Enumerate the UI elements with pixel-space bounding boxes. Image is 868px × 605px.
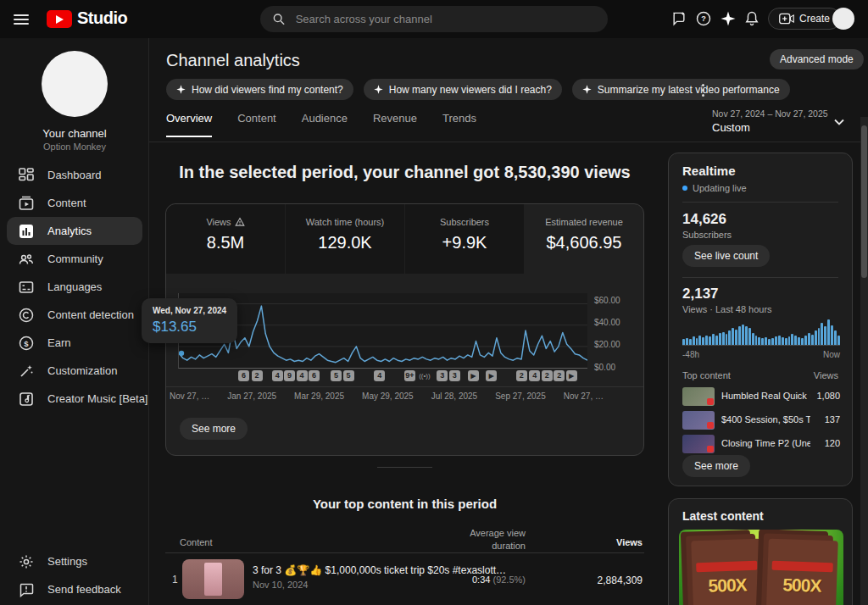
feedback-bubble-icon[interactable] bbox=[669, 8, 689, 29]
realtime-bar bbox=[778, 336, 781, 345]
tab-audience[interactable]: Audience bbox=[302, 112, 348, 137]
help-icon[interactable]: ? bbox=[693, 8, 714, 29]
video-marker[interactable]: 3 bbox=[437, 370, 448, 381]
settings-gear-icon bbox=[19, 554, 34, 569]
metric-label: Watch time (hours) bbox=[306, 217, 385, 227]
realtime-bar bbox=[761, 338, 764, 345]
search-icon bbox=[272, 12, 286, 26]
realtime-bar bbox=[738, 326, 741, 345]
channel-avatar[interactable] bbox=[42, 51, 108, 117]
create-button[interactable]: Create bbox=[768, 8, 841, 30]
sidebar-item-label: Languages bbox=[47, 280, 102, 293]
realtime-bar bbox=[689, 339, 692, 345]
realtime-bar-chart[interactable] bbox=[682, 319, 840, 346]
video-marker[interactable]: ▶ bbox=[468, 370, 479, 381]
latest-video-thumbnail[interactable]: 500X Exxon 500X Shell bbox=[679, 530, 843, 605]
section-divider bbox=[377, 467, 432, 468]
sidebar-item-earn[interactable]: $ Earn bbox=[7, 329, 142, 357]
video-marker[interactable]: 6 bbox=[309, 370, 320, 381]
account-avatar[interactable] bbox=[832, 8, 854, 30]
realtime-bar bbox=[712, 334, 715, 345]
realtime-content-row[interactable]: $400 Session, $50s Till We… 137 bbox=[682, 411, 840, 431]
tooltip-value: $13.65 bbox=[153, 319, 226, 336]
sidebar-item-languages[interactable]: Languages bbox=[7, 273, 142, 301]
metric-value: 129.0K bbox=[286, 233, 404, 253]
sidebar-item-label: Analytics bbox=[47, 225, 92, 237]
sidebar-item-settings[interactable]: Settings bbox=[7, 547, 142, 575]
chip-label: How many new viewers did I reach? bbox=[389, 84, 552, 96]
video-marker[interactable]: 4 bbox=[529, 370, 540, 381]
chip-new-viewers[interactable]: How many new viewers did I reach? bbox=[364, 79, 562, 100]
video-marker[interactable]: 5 bbox=[343, 370, 354, 381]
metric-estimated-revenue[interactable]: Estimated revenue $4,606.95 bbox=[525, 204, 643, 274]
search-input[interactable] bbox=[294, 12, 596, 26]
sidebar-item-customization[interactable]: Customization bbox=[7, 357, 142, 385]
search-bar[interactable] bbox=[260, 6, 608, 32]
y-tick: $60.00 bbox=[594, 296, 638, 305]
tab-trends[interactable]: Trends bbox=[442, 112, 476, 137]
metric-views[interactable]: Views 8.5M bbox=[166, 204, 285, 274]
realtime-bar bbox=[702, 337, 704, 345]
video-marker[interactable]: ▶ bbox=[566, 370, 577, 381]
advanced-mode-button[interactable]: Advanced mode bbox=[770, 49, 864, 69]
metric-subscribers[interactable]: Subscribers +9.9K bbox=[405, 204, 524, 274]
chart-tooltip: Wed, Nov 27, 2024 $13.65 bbox=[142, 298, 237, 343]
video-marker[interactable]: 3 bbox=[449, 370, 460, 381]
realtime-content-row[interactable]: Closing Time P2 (Uneventf… 120 bbox=[682, 435, 840, 455]
realtime-content-row[interactable]: Humbled Real Quick 😅 #… 1,080 bbox=[682, 387, 840, 408]
metric-watch-time[interactable]: Watch time (hours) 129.0K bbox=[286, 204, 404, 274]
video-marker[interactable]: 9 bbox=[284, 370, 295, 381]
see-more-button[interactable]: See more bbox=[180, 418, 248, 440]
video-marker[interactable]: 2 bbox=[542, 370, 553, 381]
scrollbar-thumb[interactable] bbox=[861, 125, 867, 278]
see-live-count-button[interactable]: See live count bbox=[682, 245, 770, 267]
more-options-icon[interactable] bbox=[695, 81, 710, 99]
sidebar-item-dashboard[interactable]: Dashboard bbox=[7, 161, 142, 189]
video-marker[interactable]: ((•)) bbox=[419, 370, 430, 381]
hamburger-menu-icon[interactable] bbox=[14, 12, 29, 27]
feedback-icon bbox=[19, 582, 34, 597]
youtube-studio-analytics: Studio ? Create Your channel Option Monk… bbox=[0, 0, 868, 605]
realtime-bar bbox=[782, 337, 784, 345]
video-marker[interactable]: 5 bbox=[331, 370, 342, 381]
video-marker[interactable]: 4 bbox=[272, 370, 283, 381]
table-header-divider bbox=[165, 552, 644, 553]
sidebar-item-creator-music[interactable]: Creator Music [Beta] bbox=[7, 385, 142, 413]
video-title: $400 Session, $50s Till We… bbox=[721, 414, 810, 425]
revenue-line-chart[interactable] bbox=[178, 293, 587, 369]
chevron-down-icon[interactable] bbox=[832, 115, 846, 129]
sidebar-item-community[interactable]: Community bbox=[7, 245, 142, 273]
ai-sparkle-icon[interactable] bbox=[718, 8, 738, 29]
tab-revenue[interactable]: Revenue bbox=[373, 112, 417, 137]
sidebar-item-content-detection[interactable]: Content detection bbox=[7, 301, 142, 329]
video-thumbnail[interactable] bbox=[182, 559, 244, 599]
notifications-bell-icon[interactable] bbox=[742, 8, 762, 29]
realtime-bar bbox=[768, 339, 771, 345]
column-header-content[interactable]: Content bbox=[180, 537, 213, 547]
column-header-avg-view-duration[interactable]: Average view duration bbox=[458, 527, 526, 552]
sidebar-item-send-feedback[interactable]: Send feedback bbox=[7, 575, 142, 603]
video-marker[interactable]: 2 bbox=[554, 370, 565, 381]
date-range-picker[interactable]: Nov 27, 2024 – Nov 27, 2025 Custom bbox=[712, 108, 839, 134]
youtube-studio-logo[interactable] bbox=[47, 10, 72, 28]
realtime-views-label: Views · Last 48 hours bbox=[682, 304, 772, 314]
realtime-bar bbox=[696, 338, 698, 345]
tab-overview[interactable]: Overview bbox=[166, 112, 212, 137]
chip-summarize[interactable]: Summarize my latest video performance bbox=[572, 79, 790, 100]
sidebar-item-analytics[interactable]: Analytics bbox=[7, 217, 142, 245]
video-marker[interactable]: 2 bbox=[516, 370, 527, 381]
video-marker[interactable]: 6 bbox=[238, 370, 249, 381]
realtime-bar bbox=[798, 337, 800, 345]
realtime-see-more-button[interactable]: See more bbox=[682, 455, 750, 477]
video-marker[interactable]: 9+ bbox=[404, 370, 415, 381]
sidebar-item-content[interactable]: Content bbox=[7, 189, 142, 217]
metric-label: Subscribers bbox=[440, 217, 489, 227]
video-marker[interactable]: 2 bbox=[252, 370, 263, 381]
video-marker[interactable]: ▶ bbox=[486, 370, 497, 381]
video-marker[interactable]: 4 bbox=[374, 370, 385, 381]
column-header-views[interactable]: Views bbox=[559, 537, 643, 547]
chip-how-found[interactable]: How did viewers find my content? bbox=[166, 79, 353, 100]
tab-content[interactable]: Content bbox=[237, 112, 276, 137]
video-marker[interactable]: 4 bbox=[297, 370, 308, 381]
realtime-bar bbox=[815, 330, 817, 345]
